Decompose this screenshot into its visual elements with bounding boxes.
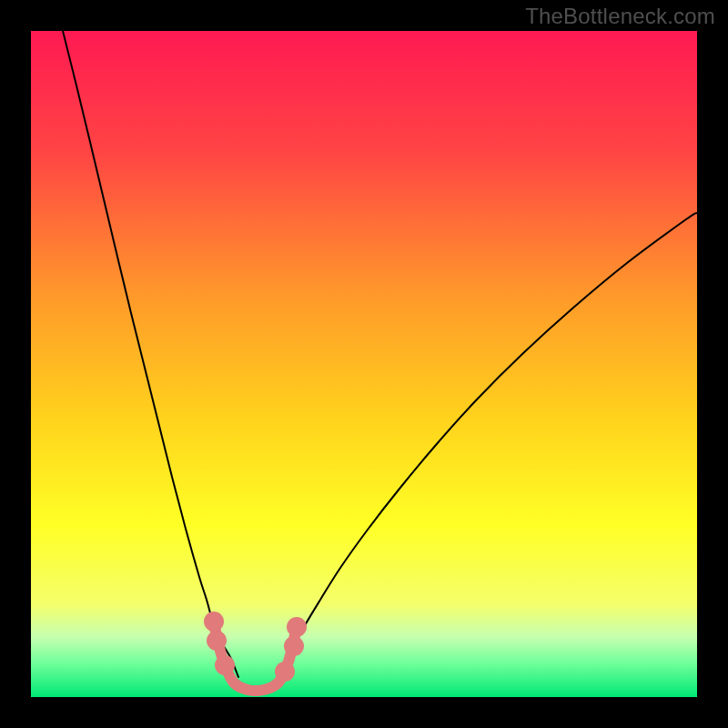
marker-dot	[207, 631, 227, 651]
plot-svg	[31, 31, 697, 697]
watermark-text: TheBottleneck.com	[525, 4, 715, 29]
chart-frame: TheBottleneck.com	[0, 0, 728, 728]
plot-area	[31, 31, 697, 697]
chart-background	[31, 31, 697, 697]
marker-dot	[284, 636, 304, 656]
marker-dot	[204, 612, 224, 632]
marker-dot	[215, 655, 235, 675]
marker-dot	[275, 662, 295, 682]
marker-dot	[287, 617, 307, 637]
